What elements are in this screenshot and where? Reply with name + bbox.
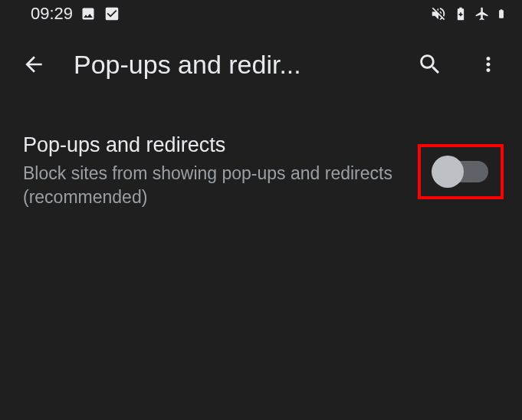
setting-subtitle: Block sites from showing pop-ups and red… — [23, 162, 393, 209]
back-button[interactable] — [15, 46, 52, 83]
image-icon — [80, 6, 96, 21]
status-bar: 09:29 — [0, 0, 522, 28]
toggle-highlight-box — [418, 144, 504, 199]
status-time: 09:29 — [31, 4, 73, 24]
arrow-back-icon — [21, 52, 46, 77]
search-icon — [417, 51, 443, 77]
status-right — [430, 5, 507, 22]
status-left: 09:29 — [31, 4, 120, 24]
search-button[interactable] — [412, 46, 448, 83]
toggle-knob — [432, 156, 464, 188]
more-button[interactable] — [470, 46, 507, 83]
page-title: Pop-ups and redir... — [74, 50, 390, 80]
content: Pop-ups and redirects Block sites from s… — [0, 101, 522, 209]
battery-saver-icon — [453, 6, 468, 21]
setting-row[interactable]: Pop-ups and redirects Block sites from s… — [23, 133, 504, 209]
airplane-icon — [474, 6, 490, 21]
more-vert-icon — [477, 53, 500, 76]
toggle-switch[interactable] — [433, 161, 488, 182]
vibrate-off-icon — [430, 5, 447, 22]
setting-title: Pop-ups and redirects — [23, 133, 393, 157]
app-bar: Pop-ups and redir... — [0, 28, 522, 101]
setting-text: Pop-ups and redirects Block sites from s… — [23, 133, 393, 209]
checkbox-icon — [103, 5, 120, 22]
battery-icon — [496, 5, 507, 22]
